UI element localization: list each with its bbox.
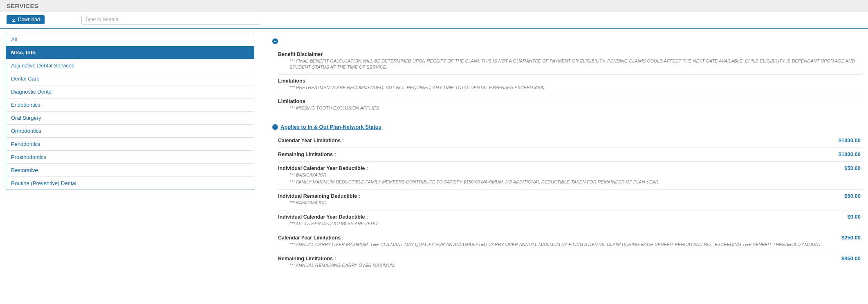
main-panel: − Benefit Disclaimer *** FINAL BENEFIT C… xyxy=(272,33,862,272)
detail-note: *** MISSING TOOTH EXCLUSION APPLIES. xyxy=(289,105,862,111)
detail-note: *** PRETREATMENTS ARE RECOMMENDED, BUT N… xyxy=(289,85,862,91)
detail-label: Limitations xyxy=(278,78,305,84)
detail-note: *** ANNUAL CARRY OVER MAXIMUM. THE CLAIM… xyxy=(289,241,862,248)
detail-label: Calendar Year Limitations : xyxy=(278,235,344,241)
detail-note: *** ANNUAL REMAINING CARRY OVER MAXIMUM. xyxy=(289,262,862,268)
download-button[interactable]: Download xyxy=(7,15,45,24)
detail-label: Individual Calendar Year Deductible : xyxy=(278,165,368,171)
detail-value: $350.00 xyxy=(841,255,861,262)
sidebar-item-prosthodontics[interactable]: Prosthodontics xyxy=(6,151,254,164)
sidebar-item-orthodontics[interactable]: Orthodontics xyxy=(6,125,254,138)
sidebar-item-label: Dental Care xyxy=(11,76,39,82)
detail-item: Individual Remaining Deductible : $50.00… xyxy=(278,190,862,210)
detail-label: Limitations xyxy=(278,98,305,104)
detail-value: $50.00 xyxy=(844,193,861,199)
download-icon xyxy=(11,18,16,22)
detail-item: Remaining Limitations : $350.00 *** ANNU… xyxy=(278,252,862,273)
sidebar-item-label: Adjunctive Dental Services xyxy=(11,63,74,69)
detail-note: *** FAMILY MAXIMUM DEDUCTIBLE FAMILY MEM… xyxy=(289,179,862,185)
detail-item: Calendar Year Limitations : $1000.00 xyxy=(278,134,862,148)
detail-item: Calendar Year Limitations : $250.00 *** … xyxy=(278,231,862,252)
content-area: All Misc. Info Adjunctive Dental Service… xyxy=(0,29,868,276)
sidebar-item-label: Diagnostic Dental xyxy=(11,89,53,95)
section-2-list: Calendar Year Limitations : $1000.00 Rem… xyxy=(278,134,862,272)
detail-item: Benefit Disclaimer *** FINAL BENEFIT CAL… xyxy=(278,48,862,75)
detail-label: Remaining Limitations : xyxy=(278,256,336,262)
sidebar: All Misc. Info Adjunctive Dental Service… xyxy=(6,33,254,190)
detail-value: $0.00 xyxy=(847,214,861,220)
detail-label: Benefit Disclaimer xyxy=(278,51,323,57)
sidebar-item-diagnostic-dental[interactable]: Diagnostic Dental xyxy=(6,85,254,98)
page-header: SERVICES xyxy=(0,0,868,12)
sidebar-item-misc-info[interactable]: Misc. Info xyxy=(6,46,254,59)
detail-value: $250.00 xyxy=(841,235,861,241)
section-1-list: Benefit Disclaimer *** FINAL BENEFIT CAL… xyxy=(278,48,862,115)
section-1-head: − xyxy=(272,38,862,44)
detail-label: Remaining Limitations : xyxy=(278,152,336,157)
sidebar-item-oral-surgery[interactable]: Oral Surgery xyxy=(6,112,254,125)
page-title: SERVICES xyxy=(7,2,861,9)
sidebar-item-restorative[interactable]: Restorative xyxy=(6,164,254,177)
sidebar-item-routine-preventive[interactable]: Routine (Preventive) Dental xyxy=(6,177,254,190)
sidebar-item-dental-care[interactable]: Dental Care xyxy=(6,72,254,85)
sidebar-item-label: Periodontics xyxy=(11,141,40,147)
sidebar-item-endodontics[interactable]: Endodontics xyxy=(6,98,254,112)
collapse-icon[interactable]: − xyxy=(272,124,278,130)
sidebar-item-label: Orthodontics xyxy=(11,128,41,134)
detail-label: Individual Remaining Deductible : xyxy=(278,193,360,199)
detail-label: Calendar Year Limitations : xyxy=(278,138,344,143)
detail-item: Individual Calendar Year Deductible : $0… xyxy=(278,210,862,231)
collapse-icon[interactable]: − xyxy=(272,38,278,44)
download-button-label: Download xyxy=(18,17,40,22)
sidebar-item-adjunctive-dental[interactable]: Adjunctive Dental Services xyxy=(6,59,254,72)
detail-item: Individual Calendar Year Deductible : $5… xyxy=(278,162,862,190)
sidebar-item-label: Oral Surgery xyxy=(11,115,41,121)
detail-value: $1000.00 xyxy=(839,151,861,157)
detail-note: *** FINAL BENEFIT CALCULATION WILL BE DE… xyxy=(289,58,862,70)
detail-item: Limitations *** MISSING TOOTH EXCLUSION … xyxy=(278,95,862,115)
sidebar-item-all[interactable]: All xyxy=(6,33,254,46)
section-title-link[interactable]: Applies to In & Out Plan-Network Status xyxy=(280,124,381,130)
sidebar-item-label: Routine (Preventive) Dental xyxy=(11,180,76,186)
sidebar-item-label: All xyxy=(11,36,17,42)
detail-value: $1000.00 xyxy=(839,137,861,143)
section-2-head: − Applies to In & Out Plan-Network Statu… xyxy=(272,124,862,130)
sidebar-item-label: Prosthodontics xyxy=(11,154,46,160)
detail-value: $50.00 xyxy=(844,165,861,171)
sidebar-item-periodontics[interactable]: Periodontics xyxy=(6,138,254,151)
toolbar: Download xyxy=(0,12,868,29)
detail-note: *** BASIC/MAJOR xyxy=(289,172,862,178)
sidebar-item-label: Restorative xyxy=(11,167,38,173)
detail-note: *** BASIC/MAJOR xyxy=(289,200,862,206)
search-input[interactable] xyxy=(81,15,261,25)
detail-note: *** ALL OTHER DEDUCTIBLES ARE ZERO. xyxy=(289,221,862,227)
sidebar-item-label: Misc. Info xyxy=(11,49,36,56)
detail-item: Remaining Limitations : $1000.00 xyxy=(278,148,862,162)
detail-label: Individual Calendar Year Deductible : xyxy=(278,214,368,220)
detail-item: Limitations *** PRETREATMENTS ARE RECOMM… xyxy=(278,75,862,95)
sidebar-item-label: Endodontics xyxy=(11,102,40,108)
